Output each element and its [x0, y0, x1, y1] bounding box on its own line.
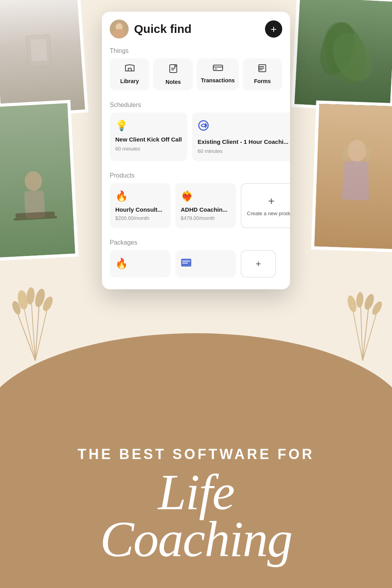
- transactions-label: Transactions: [201, 77, 234, 83]
- app-mockup: Quick find + Things Library: [102, 12, 290, 289]
- library-label: Library: [120, 78, 139, 84]
- create-package-plus-icon: +: [256, 258, 261, 269]
- svg-point-5: [24, 171, 43, 191]
- notes-icon: [169, 64, 178, 76]
- transactions-icon: [213, 64, 223, 74]
- svg-rect-31: [128, 68, 131, 71]
- notes-label: Notes: [165, 79, 181, 85]
- thing-card-forms[interactable]: Forms: [243, 58, 282, 91]
- adhd-name: ADHD Coachin...: [181, 206, 230, 213]
- adhd-emoji: ❤️‍🔥: [181, 190, 230, 202]
- tagline-script-2: Coaching: [100, 514, 292, 564]
- create-new-product-card[interactable]: + Create a new product: [241, 183, 290, 228]
- svg-point-23: [356, 292, 364, 308]
- tagline-script-1: Life: [158, 466, 234, 517]
- thing-card-library[interactable]: Library: [110, 58, 149, 91]
- new-client-emoji: 💡: [115, 120, 182, 132]
- forms-icon: [258, 64, 267, 75]
- scheduler-card-new-client[interactable]: 💡 New Client Kick Off Call 60 minutes: [110, 113, 187, 161]
- svg-point-42: [259, 66, 260, 67]
- create-product-label: Create a new product: [247, 211, 290, 216]
- adhd-price: $479.00/month: [181, 215, 230, 221]
- create-product-plus-icon: +: [268, 195, 274, 207]
- add-button[interactable]: +: [265, 20, 282, 38]
- svg-point-43: [259, 68, 260, 69]
- avatar[interactable]: [110, 20, 129, 38]
- photo-top-right: [291, 0, 392, 113]
- forms-label: Forms: [254, 78, 271, 84]
- svg-point-44: [259, 69, 260, 71]
- library-icon: [125, 64, 135, 75]
- photo-right-mid: [311, 100, 392, 252]
- new-client-duration: 60 minutes: [115, 146, 182, 152]
- bottom-text-container: THE BEST SOFTWARE FOR Life Coaching: [0, 333, 392, 588]
- tagline-top: THE BEST SOFTWARE FOR: [78, 446, 314, 463]
- existing-client-duration: 60 minutes: [198, 148, 289, 154]
- things-section-label: Things: [102, 44, 290, 58]
- svg-rect-1: [30, 39, 47, 62]
- product-card-hourly[interactable]: 🔥 Hourly Consult... $200.00/month: [110, 183, 171, 228]
- package-2-emoji: [181, 258, 192, 269]
- photo-left-mid: [0, 100, 78, 261]
- products-section-label: Products: [102, 169, 290, 183]
- new-client-name: New Client Kick Off Call: [115, 136, 182, 143]
- packages-scroll: 🔥 +: [102, 250, 290, 281]
- schedulers-section-label: Schedulers: [102, 98, 290, 113]
- thing-card-transactions[interactable]: Transactions: [197, 58, 238, 91]
- things-grid: Library Notes Tra: [102, 58, 290, 98]
- app-title: Quick find: [134, 22, 192, 36]
- app-header: Quick find +: [102, 12, 290, 44]
- hourly-emoji: 🔥: [115, 190, 165, 202]
- packages-section-label: Packages: [102, 236, 290, 250]
- svg-rect-35: [213, 65, 223, 71]
- svg-point-21: [346, 294, 358, 313]
- create-new-package-card[interactable]: +: [241, 250, 276, 278]
- existing-client-emoji: [198, 120, 289, 134]
- package-card-2[interactable]: [175, 250, 236, 278]
- svg-point-9: [347, 140, 367, 162]
- package-card-1[interactable]: 🔥: [110, 250, 171, 278]
- hourly-name: Hourly Consult...: [115, 206, 165, 213]
- hourly-price: $200.00/month: [115, 215, 165, 221]
- scheduler-card-existing-client[interactable]: Existing Client - 1 Hour Coachi... 60 mi…: [192, 113, 290, 161]
- thing-card-notes[interactable]: Notes: [153, 58, 193, 91]
- product-card-adhd[interactable]: ❤️‍🔥 ADHD Coachin... $479.00/month: [175, 183, 236, 228]
- header-left: Quick find: [110, 20, 192, 38]
- products-scroll: 🔥 Hourly Consult... $200.00/month ❤️‍🔥 A…: [102, 183, 290, 236]
- schedulers-scroll: 💡 New Client Kick Off Call 60 minutes Ex…: [102, 113, 290, 169]
- package-1-emoji: 🔥: [115, 258, 128, 270]
- existing-client-name: Existing Client - 1 Hour Coachi...: [198, 138, 289, 146]
